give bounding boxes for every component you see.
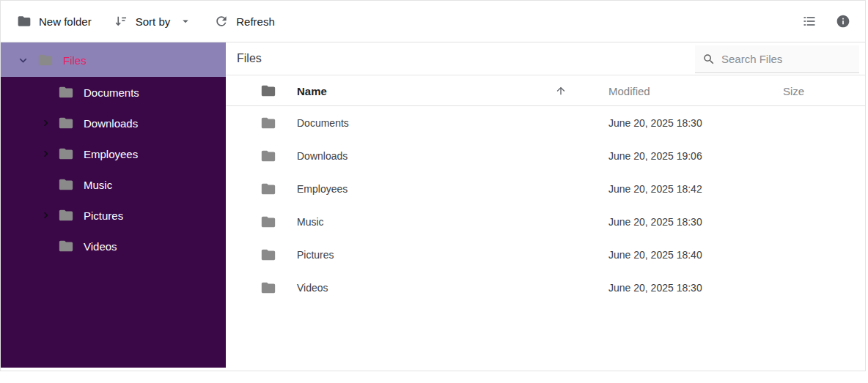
- folder-icon: [58, 176, 74, 193]
- new-folder-button[interactable]: New folder: [15, 8, 93, 34]
- file-modified: June 20, 2025 18:30: [608, 117, 702, 129]
- folder-icon: [58, 115, 74, 131]
- table-row-documents[interactable]: Documents June 20, 2025 18:30: [226, 106, 865, 139]
- sidebar-item-label: Music: [84, 179, 112, 191]
- table-row-music[interactable]: Music June 20, 2025 18:30: [226, 205, 865, 238]
- folder-icon: [17, 14, 32, 29]
- folder-icon: [260, 247, 276, 263]
- chevron-right-icon[interactable]: [40, 149, 51, 160]
- folder-icon: [58, 238, 74, 254]
- new-folder-label: New folder: [39, 15, 92, 28]
- folder-icon: [260, 214, 276, 230]
- refresh-button[interactable]: Refresh: [213, 8, 276, 34]
- caret-down-icon: [179, 15, 192, 28]
- sort-by-button[interactable]: Sort by: [112, 8, 194, 34]
- search-input[interactable]: [721, 53, 839, 65]
- file-name[interactable]: Music: [297, 216, 324, 228]
- file-name[interactable]: Employees: [297, 183, 347, 195]
- file-name[interactable]: Downloads: [297, 150, 347, 162]
- chevron-down-icon[interactable]: [17, 53, 29, 66]
- folder-icon: [58, 207, 74, 223]
- table-row-videos[interactable]: Videos June 20, 2025 18:30: [226, 271, 865, 304]
- file-modified: June 20, 2025 19:06: [608, 150, 702, 162]
- arrow-up-icon[interactable]: [555, 85, 567, 97]
- file-name[interactable]: Videos: [297, 282, 328, 294]
- sidebar-tree: Files Documents Downloads Employees: [1, 42, 226, 368]
- sort-descending-icon: [114, 14, 128, 29]
- app-body: Files Documents Downloads Employees: [1, 42, 865, 371]
- sidebar-tree-children: Documents Downloads Employees Music: [1, 77, 226, 261]
- chevron-right-icon[interactable]: [40, 210, 51, 221]
- chevron-right-icon[interactable]: [40, 118, 51, 129]
- toolbar: New folder Sort by Refresh: [1, 1, 865, 42]
- column-header-name[interactable]: Name: [297, 84, 327, 97]
- folder-icon: [260, 83, 276, 99]
- folder-icon: [260, 181, 276, 197]
- main-panel: Files Name: [226, 42, 865, 371]
- table-header: Name Modified Size: [226, 75, 865, 106]
- column-header-modified[interactable]: Modified: [608, 84, 650, 97]
- file-modified: June 20, 2025 18:30: [608, 282, 702, 294]
- file-name[interactable]: Documents: [297, 117, 349, 129]
- sidebar-item-label: Pictures: [84, 209, 123, 222]
- file-modified: June 20, 2025 18:30: [608, 216, 702, 228]
- table-row-downloads[interactable]: Downloads June 20, 2025 19:06: [226, 139, 865, 172]
- sidebar-item-employees[interactable]: Employees: [1, 138, 226, 169]
- main-header: Files: [226, 42, 865, 75]
- table-row-employees[interactable]: Employees June 20, 2025 18:42: [226, 172, 865, 205]
- list-view-icon[interactable]: [799, 11, 820, 31]
- search-box[interactable]: [695, 45, 859, 73]
- refresh-icon: [214, 14, 229, 29]
- sidebar-item-label: Downloads: [84, 117, 138, 130]
- folder-icon: [260, 115, 276, 131]
- file-list: Documents June 20, 2025 18:30 Downloads …: [226, 106, 865, 304]
- app-frame: New folder Sort by Refresh: [0, 0, 866, 371]
- sidebar-item-label: Files: [63, 53, 87, 66]
- table-row-pictures[interactable]: Pictures June 20, 2025 18:40: [226, 238, 865, 271]
- info-icon[interactable]: [833, 11, 853, 31]
- sidebar-item-label: Employees: [84, 148, 138, 160]
- sidebar-item-label: Videos: [84, 240, 117, 253]
- sidebar-item-music[interactable]: Music: [1, 169, 226, 200]
- sidebar-item-pictures[interactable]: Pictures: [1, 200, 226, 231]
- sort-by-label: Sort by: [136, 15, 171, 28]
- file-modified: June 20, 2025 18:40: [608, 249, 702, 261]
- search-icon: [702, 53, 716, 66]
- sidebar-item-label: Documents: [84, 86, 139, 99]
- file-manager-app: { "toolbar": { "new_folder_label": "New …: [0, 0, 868, 383]
- folder-icon: [37, 52, 54, 68]
- folder-icon: [58, 84, 74, 100]
- sidebar-item-files[interactable]: Files: [1, 42, 226, 77]
- page-title: Files: [237, 52, 262, 65]
- folder-icon: [260, 280, 276, 296]
- sidebar-item-videos[interactable]: Videos: [1, 231, 226, 261]
- file-name[interactable]: Pictures: [297, 249, 334, 261]
- column-header-size[interactable]: Size: [783, 84, 804, 97]
- file-modified: June 20, 2025 18:42: [608, 183, 702, 195]
- folder-icon: [260, 148, 276, 164]
- sidebar-item-documents[interactable]: Documents: [1, 77, 226, 108]
- folder-icon: [58, 146, 74, 162]
- sidebar-item-downloads[interactable]: Downloads: [1, 108, 226, 138]
- refresh-label: Refresh: [236, 15, 275, 28]
